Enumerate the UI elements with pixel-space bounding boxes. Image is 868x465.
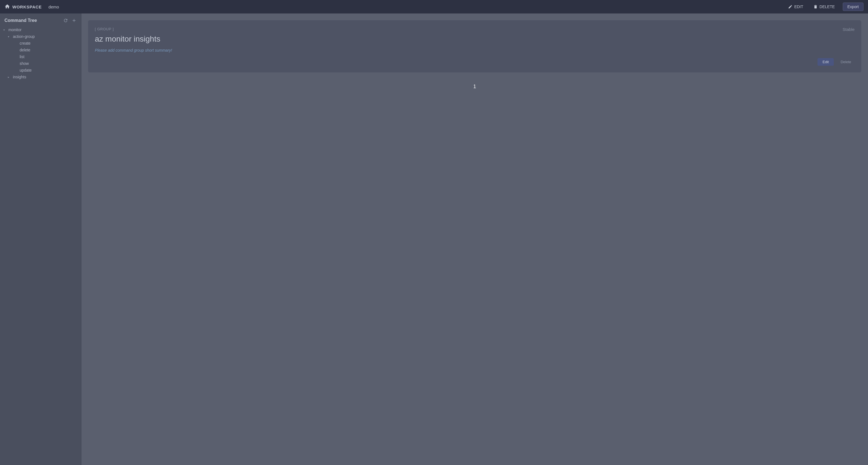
tree-item-label: update <box>20 68 32 72</box>
edit-button[interactable]: EDIT <box>786 3 805 10</box>
tree-item-create[interactable]: create <box>0 40 81 47</box>
navbar-actions: EDIT DELETE Export <box>786 2 864 11</box>
demo-label: demo <box>49 4 59 9</box>
tree-item-monitor[interactable]: ▾monitor <box>0 26 81 33</box>
add-button[interactable] <box>71 18 76 23</box>
main-content: [ GROUP ] Stable az monitor insights Ple… <box>81 13 868 465</box>
brand: WORKSPACE <box>4 4 42 10</box>
tree-container: ▾monitor▾action-groupcreatedeletelistsho… <box>0 26 81 80</box>
content-actions: Edit Delete <box>95 58 855 66</box>
chevron-icon: ▾ <box>3 28 7 31</box>
tree-item-label: delete <box>20 48 30 52</box>
content-delete-button[interactable]: Delete <box>837 58 855 66</box>
tree-item-update[interactable]: update <box>0 67 81 74</box>
main-layout: Command Tree ▾monitor▾action-groupcreate… <box>0 13 868 465</box>
tree-item-list[interactable]: list <box>0 53 81 60</box>
tree-item-label: create <box>20 41 31 46</box>
sidebar-title: Command Tree <box>4 18 37 23</box>
placeholder-text: Please add command group short summary! <box>95 48 855 53</box>
delete-nav-button[interactable]: DELETE <box>811 3 837 10</box>
sidebar-header-actions <box>63 18 76 23</box>
page-number: 1 <box>88 84 861 90</box>
content-title: az monitor insights <box>95 34 855 43</box>
content-edit-button[interactable]: Edit <box>817 58 834 66</box>
navbar: WORKSPACE demo EDIT DELETE Export <box>0 0 868 13</box>
edit-label: EDIT <box>794 4 803 9</box>
tree-item-label: monitor <box>8 28 22 32</box>
tree-item-show[interactable]: show <box>0 60 81 67</box>
tree-item-label: insights <box>13 75 26 79</box>
chevron-icon: ▾ <box>8 35 11 38</box>
stable-badge: Stable <box>842 27 855 32</box>
tree-item-action-group[interactable]: ▾action-group <box>0 33 81 40</box>
export-button[interactable]: Export <box>843 2 864 11</box>
delete-label: DELETE <box>819 4 835 9</box>
chevron-icon: ▸ <box>8 76 11 79</box>
sidebar: Command Tree ▾monitor▾action-groupcreate… <box>0 13 81 465</box>
tree-item-label: list <box>20 55 24 59</box>
tree-item-insights[interactable]: ▸insights <box>0 74 81 80</box>
refresh-button[interactable] <box>63 18 68 23</box>
tree-item-label: action-group <box>13 34 35 39</box>
tree-item-label: show <box>20 61 29 66</box>
home-icon[interactable] <box>4 4 10 10</box>
tree-item-delete[interactable]: delete <box>0 47 81 53</box>
content-card: [ GROUP ] Stable az monitor insights Ple… <box>88 20 861 72</box>
group-badge: [ GROUP ] <box>95 27 855 31</box>
sidebar-header: Command Tree <box>0 18 81 26</box>
workspace-label: WORKSPACE <box>12 4 42 9</box>
